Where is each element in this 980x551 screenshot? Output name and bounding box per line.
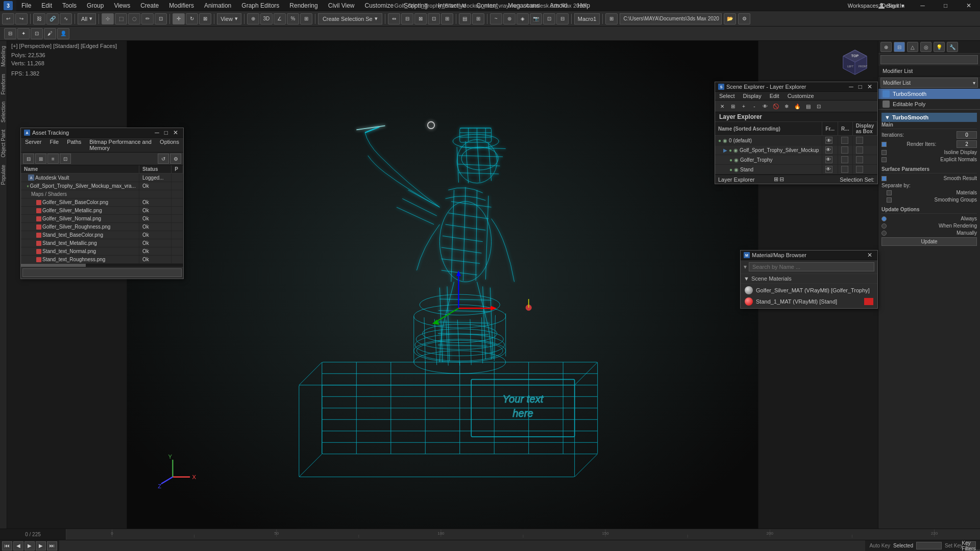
turbosmooth-header[interactable]: ▼ TurboSmooth [881,113,977,122]
material-editor-button[interactable]: ◈ [517,13,529,24]
render-vis-icon2[interactable] [841,146,848,154]
at-path-input[interactable] [22,268,182,277]
se-footer-btn2[interactable]: ⊟ [779,176,784,183]
mb-close-button[interactable]: ✕ [865,252,874,259]
se-layers-btn[interactable]: ▤ [803,102,813,111]
se-maximize-button[interactable]: □ [856,83,864,90]
display-box-icon[interactable] [856,137,863,144]
rend-icon3[interactable] [841,156,848,163]
se-display-menu[interactable]: Display [739,92,766,100]
se-edit-menu[interactable]: Edit [766,92,783,100]
menu-file[interactable]: File [16,0,36,11]
table-row[interactable]: Golf_Sport_Trophy_Silver_Mockup_max_vra.… [21,182,183,190]
hierarchy-panel-tab[interactable]: △ [907,42,918,52]
at-bitmap-menu[interactable]: Bitmap Performance and Memory [85,138,156,152]
scale-button[interactable]: ⊠ [199,13,211,24]
menu-scripting[interactable]: Scripting [399,0,433,11]
menu-interactive[interactable]: Interactive [433,0,471,11]
render-settings-btn[interactable]: ⚙ [738,13,750,24]
bind-space-warp[interactable]: ∿ [60,13,72,24]
rend-icon4[interactable] [841,166,848,173]
menu-create[interactable]: Create [135,0,164,11]
window-crossing-button[interactable]: ⊡ [155,13,167,24]
minimize-button[interactable]: ─ [911,0,934,11]
schematic-view-button[interactable]: ⊛ [503,13,516,24]
select-move-button[interactable]: ✛ [173,13,185,24]
populate-tab[interactable]: Populate [0,162,7,188]
align-button[interactable]: ⊟ [401,13,413,24]
render-setup-button[interactable]: 📷 [530,13,542,24]
menu-modifiers[interactable]: Modifiers [164,0,199,11]
isoline-check[interactable] [881,150,887,155]
at-options-menu[interactable]: Options [156,138,183,152]
next-frame-button[interactable]: ▶ [36,541,46,550]
modifier-editable-poly[interactable]: Editable Poly [878,99,980,109]
table-row[interactable]: ● ◉ Stand 👁 [715,165,877,174]
maximize-button[interactable]: □ [934,0,957,11]
scene-explorer-button[interactable]: ⊞ [472,13,484,24]
se-expand-btn[interactable]: + [739,102,749,111]
prev-frame-button[interactable]: ◀ [13,541,23,550]
menu-edit[interactable]: Edit [36,0,57,11]
materials-check[interactable] [887,190,892,195]
populate-mode[interactable]: 👤 [57,28,69,39]
utilities-panel-tab[interactable]: 🔧 [947,42,958,52]
play-button[interactable]: ▶ [24,541,35,550]
unlink-button[interactable]: 🔗 [46,13,59,24]
menu-rendering[interactable]: Rendering [284,0,323,11]
create-selection-button[interactable]: Create Selection Se▾ [318,13,382,24]
table-row[interactable]: Stand_text_BaseColor.png Ok [21,231,183,239]
at-btn-4[interactable]: ⊡ [60,154,71,164]
object-paint-mode[interactable]: 🖌 [44,28,56,39]
always-radio[interactable] [881,216,887,221]
render-frame-button[interactable]: ⊡ [543,13,555,24]
selection-filter-dropdown[interactable]: All▾ [78,13,96,24]
freeform-mode[interactable]: ✦ [17,28,30,39]
disp-icon3[interactable] [856,156,863,163]
table-row[interactable]: Maps / Shaders [21,190,183,198]
se-collapse-btn[interactable]: - [749,102,760,111]
percent-snap[interactable]: % [287,13,299,24]
key-filters-button[interactable]: Key Filters... [966,541,976,550]
table-row[interactable]: Stand_text_Roughness.png Ok [21,256,183,264]
go-to-start-button[interactable]: ⏮ [2,541,12,550]
vis-icon4[interactable]: 👁 [825,166,832,173]
select-button[interactable]: ⊹ [102,13,114,24]
collapse-icon[interactable]: ▼ [744,276,749,282]
menu-help[interactable]: Help [572,0,595,11]
disp-icon4[interactable] [856,166,863,173]
se-filter-btn[interactable]: ✕ [717,102,727,111]
key-value-input[interactable] [916,542,942,549]
when-rendering-radio[interactable] [881,223,887,229]
table-row[interactable]: ▶ ● ◉ Golf_Sport_Trophy_Silver_Mockup 👁 [715,145,877,155]
se-select-menu[interactable]: Select [715,92,739,100]
se-minimize-button[interactable]: ─ [847,83,855,90]
modifier-turbosmooth[interactable]: TurboSmooth [878,89,980,99]
table-row[interactable]: Stand_text_Normal.png Ok [21,247,183,256]
at-settings-btn[interactable]: ⚙ [170,154,181,164]
menu-graph-editors[interactable]: Graph Editors [236,0,284,11]
create-panel-tab[interactable]: ⊕ [880,42,892,52]
se-hide-btn[interactable]: 🚫 [771,102,781,111]
se-footer-btn1[interactable]: ⊞ [774,176,778,183]
menu-civil-view[interactable]: Civil View [323,0,360,11]
table-row[interactable]: Golfer_Silver_Normal.png Ok [21,215,183,223]
at-refresh-btn[interactable]: ↺ [158,154,169,164]
render-iter-button[interactable]: ⊟ [556,13,569,24]
menu-animation[interactable]: Animation [199,0,236,11]
spinner-snap[interactable]: ⊞ [300,13,312,24]
angle-snap[interactable]: ∠ [274,13,286,24]
at-btn-3[interactable]: ≡ [47,154,59,164]
manually-radio[interactable] [881,231,887,236]
se-freeze-btn[interactable]: ❄ [781,102,792,111]
update-button[interactable]: Update [881,237,977,246]
smooth-result-check[interactable] [881,176,887,181]
at-btn-2[interactable]: ⊞ [35,154,46,164]
se-customize-menu[interactable]: Customize [783,92,818,100]
object-paint-tab[interactable]: Object Paint [0,127,7,160]
menu-arnold[interactable]: Arnold [545,0,573,11]
selection-mode-btn[interactable]: ⊡ [31,28,43,39]
material-search-input[interactable] [749,262,874,271]
table-row[interactable]: Golfer_Silver_Roughness.png Ok [21,223,183,231]
modeling-tab[interactable]: Modeling [0,43,7,70]
